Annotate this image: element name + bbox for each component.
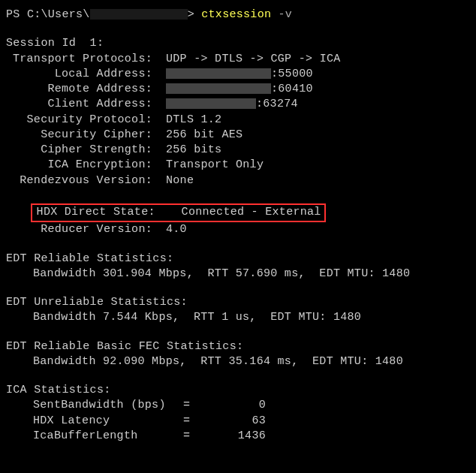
session-row: Local Address::55000 [6,67,470,82]
session-row: Rendezvous Version:None [6,173,470,188]
stat-label: SentBandwidth (bps) [33,398,183,413]
port-value: :60410 [271,83,313,95]
equals-sign: = [183,414,213,429]
redacted-address [166,83,271,94]
row-value: DTLS 1.2 [152,113,221,128]
session-row: Client Address::63274 [6,97,470,112]
highlight-box: HDX Direct State:Connected - External [31,203,326,222]
ica-stat-row: SentBandwidth (bps)=0 [6,398,470,413]
prompt-carrot: > [188,8,202,21]
session-id-header: Session Id 1: [6,36,470,51]
row-label: HDX Direct State: [37,205,168,220]
equals-sign: = [183,429,213,444]
row-value: 256 bit AES [152,128,243,143]
row-value: :60410 [152,82,313,97]
command-name: ctxsession [201,8,271,21]
redacted-address [166,98,256,109]
row-value: :55000 [152,67,313,82]
row-label: Local Address: [6,67,152,82]
hdx-direct-state-row: HDX Direct State:Connected - External [6,188,470,223]
stat-label: HDX Latency [33,414,183,429]
port-value: :55000 [271,68,313,80]
session-row: Security Cipher:256 bit AES [6,128,470,143]
session-row: Cipher Strength:256 bits [6,143,470,158]
row-value: Connected - External [168,205,321,220]
session-row: Security Protocol:DTLS 1.2 [6,113,470,128]
row-value: None [152,173,194,188]
row-value: UDP -> DTLS -> CGP -> ICA [152,52,341,67]
row-label: Rendezvous Version: [6,173,152,188]
session-row: Reducer Version:4.0 [6,222,470,237]
edt-unreliable-title: EDT Unreliable Statistics: [6,295,470,310]
stat-value: 63 [213,414,266,429]
ica-stat-row: IcaBufferLength=1436 [6,429,470,444]
edt-unreliable-line: Bandwidth 7.544 Kbps, RTT 1 us, EDT MTU:… [6,310,470,325]
ps-prefix: PS C:\Users\ [6,8,90,21]
ica-stat-row: HDX Latency=63 [6,414,470,429]
stat-value: 0 [213,398,266,413]
row-label: ICA Encryption: [6,158,152,173]
row-label: Client Address: [6,97,152,112]
row-value: 4.0 [152,222,187,237]
stat-value: 1436 [213,429,266,444]
row-label: Transport Protocols: [6,52,152,67]
session-row: Transport Protocols:UDP -> DTLS -> CGP -… [6,52,470,67]
redacted-username [90,9,188,20]
edt-fec-line: Bandwidth 92.090 Mbps, RTT 35.164 ms, ED… [6,354,470,369]
row-label: Security Protocol: [6,113,152,128]
session-row: Remote Address::60410 [6,82,470,97]
edt-reliable-line: Bandwidth 301.904 Mbps, RTT 57.690 ms, E… [6,267,470,282]
edt-fec-title: EDT Reliable Basic FEC Statistics: [6,339,470,354]
row-label: Remote Address: [6,82,152,97]
port-value: :63274 [256,98,298,110]
edt-reliable-title: EDT Reliable Statistics: [6,252,470,267]
row-value: :63274 [152,97,298,112]
row-value: 256 bits [152,143,221,158]
stat-label: IcaBufferLength [33,429,183,444]
command-prompt: PS C:\Users\> ctxsession -v [6,8,470,23]
row-label: Security Cipher: [6,128,152,143]
equals-sign: = [183,398,213,413]
row-label: Reducer Version: [6,222,152,237]
redacted-address [166,68,271,79]
row-value: Transport Only [152,158,264,173]
ica-title: ICA Statistics: [6,383,470,398]
row-label: Cipher Strength: [6,143,152,158]
session-row: ICA Encryption:Transport Only [6,158,470,173]
command-flag: -v [271,8,292,21]
